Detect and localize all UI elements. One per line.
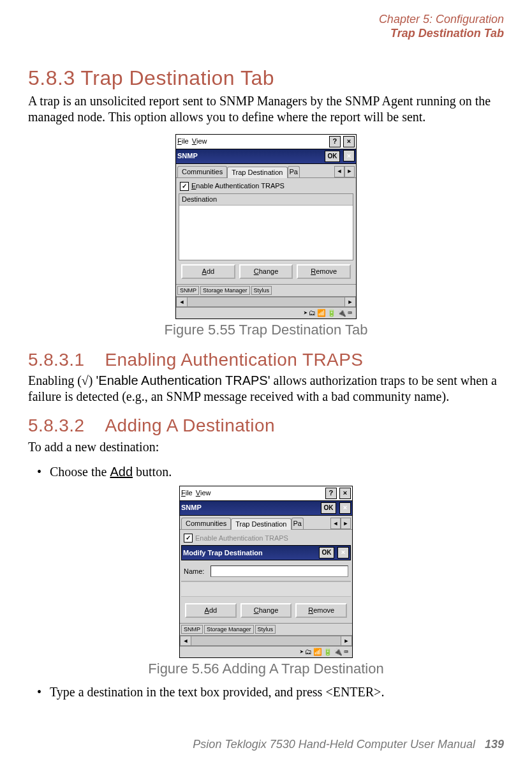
section-paragraph: A trap is an unsolicited report sent to … xyxy=(28,93,504,125)
name-row: Name: xyxy=(180,562,352,581)
panel: ✓ Enable Authentication TRAPSEnable Auth… xyxy=(176,178,356,284)
sub2-paragraph: To add a new destination: xyxy=(28,439,504,455)
close-button[interactable]: × xyxy=(343,136,355,147)
snmp-window: FFileile ViewView ? × SNMP OK × Communit… xyxy=(175,134,357,320)
taskbar: SNMP Storage Manager Stylus xyxy=(176,284,356,296)
remove-button[interactable]: RemoveRemove xyxy=(297,264,351,279)
figure-5-56-caption: Figure 5.56 Adding A Trap Destination xyxy=(28,661,504,677)
task-storage-2[interactable]: Storage Manager xyxy=(204,625,254,634)
gray-band xyxy=(181,581,351,597)
change-button[interactable]: ChangeChange xyxy=(239,264,293,279)
name-label: Name: xyxy=(184,567,204,576)
remove-button-2[interactable]: RemoveRemove xyxy=(295,603,347,618)
help-button[interactable]: ? xyxy=(329,136,341,147)
chapter-subtitle: Trap Destination Tab xyxy=(28,27,504,41)
subsection-title-2: Adding A Destination xyxy=(105,416,274,435)
task-stylus-2[interactable]: Stylus xyxy=(255,625,276,634)
menu-view-2[interactable]: ViewView xyxy=(196,489,211,497)
title-text-2: SNMP xyxy=(181,504,202,512)
enable-traps-label-2: Enable Authentication TRAPSEnable Authen… xyxy=(195,534,288,543)
dialog-ok-button[interactable]: OK xyxy=(319,547,334,558)
task-storage[interactable]: Storage Manager xyxy=(200,286,250,295)
footer-text: Psion Teklogix 7530 Hand-Held Computer U… xyxy=(193,738,475,751)
chapter-header: Chapter 5: Configuration Trap Destinatio… xyxy=(28,13,504,40)
modify-dialog-title: Modify Trap Destination xyxy=(183,549,263,557)
hscroll-left-2[interactable]: ◄ xyxy=(180,636,191,646)
section-heading-5-8-3: 5.8.3 Trap Destination Tab xyxy=(28,66,504,90)
close-button-3[interactable]: × xyxy=(339,488,351,499)
menu-left: FFileile ViewView xyxy=(177,137,208,146)
hscroll-2: ◄ ► xyxy=(180,635,352,646)
system-tray: ➤🗂📶🔋🔌⌨ xyxy=(176,307,356,318)
tab-scroll: ◄ ► xyxy=(334,166,355,177)
tab-communities[interactable]: Communities xyxy=(177,166,227,177)
tab-trap-destination[interactable]: Trap Destination xyxy=(227,167,287,178)
tab-trap-destination-2[interactable]: Trap Destination xyxy=(231,518,291,530)
bullet-choose-add: Choose the Add button. xyxy=(50,464,504,479)
button-row-2: AddAdd ChangeChange RemoveRemove xyxy=(182,599,350,620)
destination-box: Destination xyxy=(179,193,353,260)
taskbar-2: SNMP Storage Manager Stylus xyxy=(180,623,352,635)
page-number: 139 xyxy=(485,738,504,751)
page-footer: Psion Teklogix 7530 Hand-Held Computer U… xyxy=(28,738,504,752)
hscroll-left[interactable]: ◄ xyxy=(176,297,188,307)
hscroll-track[interactable] xyxy=(188,297,344,307)
tabs-row-2: Communities Trap Destination Pa ◄ ► xyxy=(180,516,352,530)
task-stylus[interactable]: Stylus xyxy=(251,286,272,295)
menu-view[interactable]: ViewView xyxy=(192,137,207,145)
hscroll-right-2[interactable]: ► xyxy=(341,636,352,646)
modify-dialog-titlebar: Modify Trap Destination OK × xyxy=(181,545,351,560)
tab-scroll-right-2[interactable]: ► xyxy=(341,518,351,529)
tab-scroll-right[interactable]: ► xyxy=(344,166,355,177)
tab-communities-2[interactable]: Communities xyxy=(181,518,231,529)
chapter-line: Chapter 5: Configuration xyxy=(28,13,504,27)
add-label-inline: Add xyxy=(110,465,133,479)
tab-scroll-left[interactable]: ◄ xyxy=(334,166,344,177)
ok-button-2[interactable]: OK xyxy=(321,502,336,514)
destination-header: Destination xyxy=(179,194,353,206)
close-button-2[interactable]: × xyxy=(343,150,355,161)
name-input[interactable] xyxy=(211,566,348,577)
menu-right: ? × xyxy=(329,136,355,147)
title-text: SNMP xyxy=(177,152,198,160)
change-button-2[interactable]: ChangeChange xyxy=(240,603,292,618)
menu-file[interactable]: FFileile xyxy=(177,137,189,145)
titlebar-2: SNMP OK × xyxy=(180,501,352,516)
hscroll-right[interactable]: ► xyxy=(344,297,356,307)
add-button[interactable]: AddAdd xyxy=(181,264,235,279)
menubar: FFileile ViewView ? × xyxy=(176,135,356,149)
enable-traps-row: ✓ Enable Authentication TRAPSEnable Auth… xyxy=(179,181,353,192)
tab-partial[interactable]: Pa xyxy=(288,166,300,177)
ok-button[interactable]: OK xyxy=(325,151,340,162)
subsection-5-8-3-2: 5.8.3.2Adding A Destination xyxy=(28,415,504,437)
sub1-paragraph: Enabling (√) 'Enable Authentication TRAP… xyxy=(28,373,504,405)
button-row: AddAdd ChangeChange RemoveRemove xyxy=(179,260,353,281)
task-snmp-2[interactable]: SNMP xyxy=(181,625,203,634)
figure-5-55-caption: Figure 5.55 Trap Destination Tab xyxy=(28,322,504,338)
tab-scroll-left-2[interactable]: ◄ xyxy=(330,518,341,529)
tab-partial-2[interactable]: Pa xyxy=(292,518,304,529)
hscroll-track-2[interactable] xyxy=(191,636,341,646)
tabs-row: Communities Trap Destination Pa ◄ ► xyxy=(176,164,356,178)
enable-traps-checkbox-2[interactable]: ✓ xyxy=(184,534,193,543)
menubar-2: FileFile ViewView ? × xyxy=(180,486,352,501)
help-button-2[interactable]: ? xyxy=(325,488,337,499)
figure-5-55: FFileile ViewView ? × SNMP OK × Communit… xyxy=(28,134,504,320)
task-snmp[interactable]: SNMP xyxy=(177,286,199,295)
add-button-2[interactable]: AddAdd xyxy=(185,603,237,618)
panel-2: ✓ Enable Authentication TRAPSEnable Auth… xyxy=(180,530,352,544)
dialog-close-button[interactable]: × xyxy=(337,547,349,558)
enable-auth-traps-quoted: 'Enable Authentication TRAPS' xyxy=(96,373,270,387)
destination-list[interactable] xyxy=(179,206,353,260)
bullet-type-destination: Type a destination in the text box provi… xyxy=(50,684,504,700)
enable-traps-checkbox[interactable]: ✓ xyxy=(180,182,189,191)
system-tray-2: ➤🗂📶🔋🔌⌨ xyxy=(180,646,352,657)
subsection-num-2: 5.8.3.2 xyxy=(28,415,84,437)
subsection-5-8-3-1: 5.8.3.1Enabling Authentication TRAPS xyxy=(28,349,504,371)
menu-file-2[interactable]: FileFile xyxy=(181,489,193,497)
subsection-num: 5.8.3.1 xyxy=(28,349,84,371)
close-button-4[interactable]: × xyxy=(339,502,351,514)
enable-traps-label: Enable Authentication TRAPSEnable Authen… xyxy=(191,182,284,190)
snmp-window-2: FileFile ViewView ? × SNMP OK × Communit… xyxy=(179,486,353,659)
titlebar: SNMP OK × xyxy=(176,149,356,164)
